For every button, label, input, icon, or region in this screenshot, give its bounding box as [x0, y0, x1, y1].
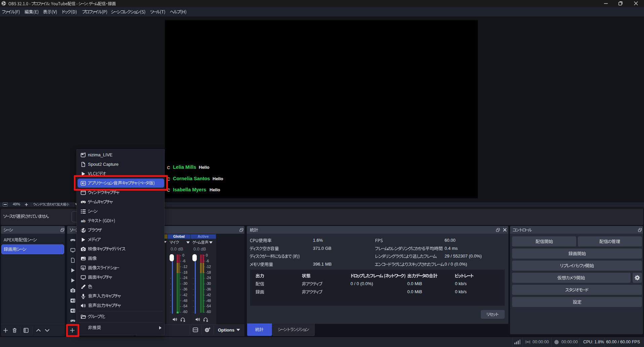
svg-text:C: C: [167, 165, 170, 170]
svg-text:ab: ab: [81, 219, 85, 223]
